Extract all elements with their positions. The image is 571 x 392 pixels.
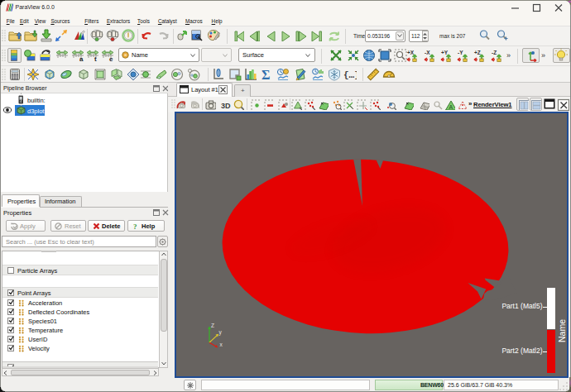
svg-text:y: y <box>218 329 222 336</box>
svg-text:-Z: -Z <box>492 50 497 55</box>
svg-text:3D: 3D <box>221 102 231 110</box>
svg-text:+Y: +Y <box>441 50 449 55</box>
svg-text:x: x <box>219 342 223 347</box>
svg-text:?: ? <box>133 222 137 231</box>
svg-text:Z: Z <box>211 323 214 328</box>
svg-text:+X: +X <box>407 50 415 55</box>
svg-text:-X: -X <box>425 50 430 55</box>
svg-text:e: e <box>109 55 113 62</box>
svg-text:-Y: -Y <box>458 50 463 55</box>
svg-text:Σ: Σ <box>262 68 270 81</box>
svg-text:{…}: {…} <box>343 70 357 80</box>
svg-text:+Z: +Z <box>474 50 481 55</box>
svg-text:A: A <box>449 104 453 110</box>
svg-text:a: a <box>79 55 84 62</box>
svg-text:t: t <box>94 55 97 62</box>
